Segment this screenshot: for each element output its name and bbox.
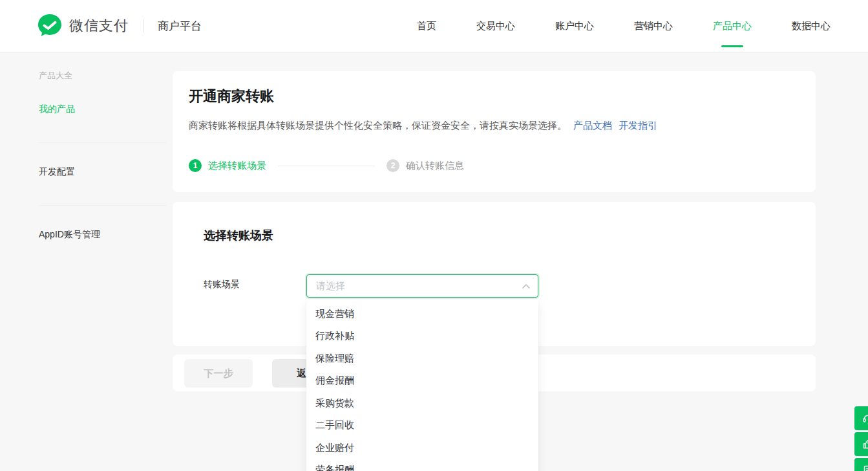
form-heading: 选择转账场景 <box>204 228 273 243</box>
headset-icon <box>862 413 868 424</box>
dev-guide-link[interactable]: 开发指引 <box>619 120 657 131</box>
floating-side-tabs <box>854 406 868 471</box>
sidebar-section-products: 产品大全 <box>39 70 167 82</box>
brand-divider <box>143 19 143 32</box>
dropdown-option-insurance-claim[interactable]: 保险理赔 <box>306 347 538 370</box>
nav-item-account-center[interactable]: 账户中心 <box>555 0 594 52</box>
step-1-circle: 1 <box>189 159 202 172</box>
sidebar-item-my-products[interactable]: 我的产品 <box>39 104 167 115</box>
platform-name: 商户平台 <box>158 19 202 34</box>
intro-card: 开通商家转账 商家转账将根据具体转账场景提供个性化安全策略，保证资金安全，请按真… <box>173 71 816 192</box>
step-indicator: 1 选择转账场景 2 确认转账信息 <box>189 159 464 172</box>
dropdown-option-cash-marketing[interactable]: 现金营销 <box>306 303 538 325</box>
survey-tab[interactable] <box>854 458 868 471</box>
nav-item-product-center[interactable]: 产品中心 <box>713 0 752 52</box>
description-text: 商家转账将根据具体转账场景提供个性化安全策略，保证资金安全，请按真实场景选择。 <box>189 120 567 131</box>
next-step-button[interactable]: 下一步 <box>184 359 253 388</box>
step-connector-line <box>278 166 375 166</box>
brand-group: 微信支付 商户平台 <box>0 13 202 39</box>
nav-item-marketing-center[interactable]: 营销中心 <box>634 0 673 52</box>
transfer-scene-dropdown: 现金营销 行政补贴 保险理赔 佣金报酬 采购货款 二手回收 企业赔付 劳务报酬 <box>306 300 538 471</box>
dropdown-option-secondhand-recycle[interactable]: 二手回收 <box>306 415 538 437</box>
main-nav: 首页 交易中心 账户中心 营销中心 产品中心 数据中心 <box>417 0 831 52</box>
sidebar: 产品大全 我的产品 开发配置 AppID账号管理 <box>39 65 167 241</box>
dropdown-option-admin-subsidy[interactable]: 行政补贴 <box>306 325 538 348</box>
nav-item-home[interactable]: 首页 <box>417 0 436 52</box>
dropdown-option-enterprise-compensation[interactable]: 企业赔付 <box>306 437 538 459</box>
dropdown-option-procurement[interactable]: 采购货款 <box>306 392 538 415</box>
sidebar-item-appid-management[interactable]: AppID账号管理 <box>39 229 167 241</box>
top-header: 微信支付 商户平台 首页 交易中心 账户中心 营销中心 产品中心 数据中心 <box>0 0 868 52</box>
sidebar-divider <box>39 142 167 143</box>
page-description: 商家转账将根据具体转账场景提供个性化安全策略，保证资金安全，请按真实场景选择。产… <box>189 118 796 133</box>
page-title: 开通商家转账 <box>189 87 274 106</box>
wechat-pay-logo-icon <box>37 13 63 39</box>
step-2-label: 确认转账信息 <box>406 160 464 172</box>
document-icon <box>862 465 868 471</box>
customer-service-tab[interactable] <box>854 406 868 430</box>
product-docs-link[interactable]: 产品文档 <box>573 120 612 131</box>
transfer-scene-select[interactable]: 请选择 <box>306 274 538 298</box>
dropdown-option-labor-remuneration[interactable]: 劳务报酬 <box>306 459 538 471</box>
sidebar-item-dev-config[interactable]: 开发配置 <box>39 166 167 178</box>
nav-item-transaction-center[interactable]: 交易中心 <box>476 0 515 52</box>
step-2-circle: 2 <box>386 159 399 172</box>
chevron-up-icon <box>522 283 530 289</box>
select-placeholder: 请选择 <box>316 280 345 292</box>
transfer-scene-label: 转账场景 <box>204 279 240 290</box>
sidebar-divider <box>39 205 167 206</box>
thumbs-up-icon <box>862 439 868 450</box>
step-1-label: 选择转账场景 <box>208 160 266 172</box>
nav-item-data-center[interactable]: 数据中心 <box>792 0 831 52</box>
brand-name: 微信支付 <box>69 16 129 36</box>
dropdown-option-commission[interactable]: 佣金报酬 <box>306 370 538 393</box>
feedback-tab[interactable] <box>854 432 868 456</box>
